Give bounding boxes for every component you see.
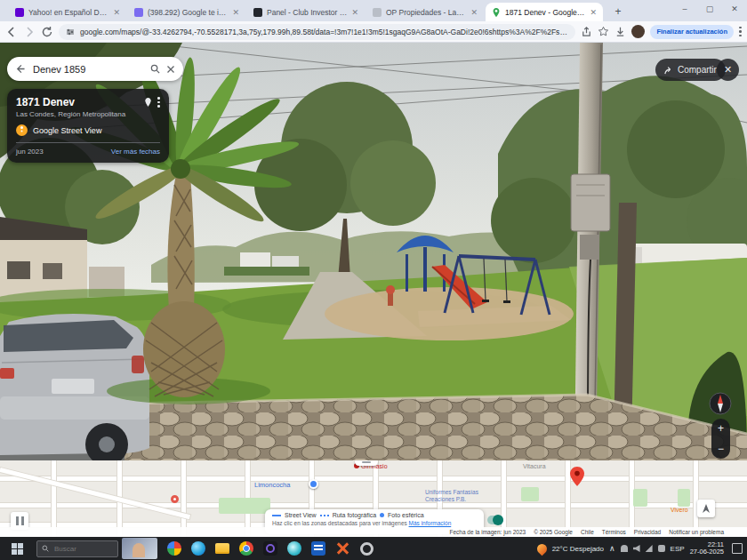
onedrive-icon[interactable] [621, 545, 628, 552]
browser-menu-icon[interactable] [739, 27, 742, 37]
invite-favicon [134, 8, 143, 17]
map-park [633, 489, 647, 507]
privacy-link[interactable]: Privacidad [634, 529, 661, 535]
dropped-pin[interactable] [570, 467, 584, 486]
more-info-link[interactable]: Más información [409, 520, 452, 526]
coverage-toggle[interactable] [487, 516, 503, 524]
bookmark-star-icon[interactable] [598, 26, 609, 37]
capture-date: jun 2023 [16, 148, 44, 156]
volume-icon[interactable] [633, 545, 640, 552]
share-button[interactable]: Compartir [655, 59, 726, 81]
network-icon[interactable] [646, 545, 653, 552]
map-road [181, 460, 186, 537]
place-info-card: 1871 Denev Las Condes, Región Metropolit… [7, 89, 169, 163]
window-minimize-button[interactable]: – [672, 0, 697, 20]
tab-yahoo[interactable]: Yahoo! en Español DM-A, Em... ✕ [9, 3, 126, 21]
street-view-line-icon [272, 515, 281, 516]
recenter-button[interactable] [697, 500, 715, 517]
notification-center-icon[interactable] [732, 543, 743, 554]
share-icon[interactable] [581, 26, 592, 37]
start-button[interactable] [0, 537, 34, 560]
current-location-marker [171, 495, 179, 503]
tab-close-icon[interactable]: ✕ [113, 8, 120, 17]
propiedades-favicon [373, 8, 382, 17]
zoom-out-button[interactable]: − [711, 439, 730, 460]
street-view-icon [16, 124, 28, 136]
poi-limoncocha-marker[interactable] [309, 479, 318, 489]
messaging-app-icon[interactable] [286, 540, 302, 556]
back-arrow-icon[interactable] [15, 64, 25, 74]
taskbar-search-input[interactable] [52, 544, 113, 554]
profile-avatar[interactable] [631, 25, 645, 38]
forward-icon[interactable] [23, 26, 36, 38]
map-park [678, 489, 690, 507]
file-explorer-icon[interactable] [214, 540, 230, 556]
street-label-vitacura: Vitacura [523, 463, 546, 469]
desktop: Yahoo! en Español DM-A, Em... ✕ (398.292… [0, 0, 747, 560]
back-icon[interactable] [5, 26, 18, 38]
address-bar[interactable]: google.com/maps/@-33.4262794,-70.5528171… [59, 24, 575, 40]
new-tab-button[interactable]: + [610, 4, 626, 20]
reload-icon[interactable] [41, 26, 53, 38]
language-indicator[interactable]: ESP [671, 545, 685, 553]
tab-close-icon[interactable]: ✕ [590, 8, 597, 17]
poi-limoncocha-label[interactable]: Limoncocha [254, 481, 290, 489]
minimap-collapse-handle[interactable] [355, 460, 378, 466]
map-park [521, 487, 539, 501]
tab-panel-club-investor[interactable]: Panel - Club Investor - Pitch ✕ [247, 3, 365, 21]
windows-logo-icon [12, 543, 23, 555]
pin-icon[interactable] [144, 98, 152, 108]
search-icon[interactable] [150, 64, 160, 74]
word-icon[interactable] [310, 540, 326, 556]
site-settings-icon[interactable] [66, 28, 75, 36]
search-icon [42, 545, 49, 552]
chrome-update-button[interactable]: Finalizar actualización [650, 25, 734, 39]
photos-app-icon[interactable] [262, 540, 278, 556]
tab-close-icon[interactable]: ✕ [351, 8, 358, 17]
edge-icon[interactable] [190, 540, 206, 556]
clear-search-icon[interactable] [166, 65, 175, 74]
clock-date: 27-06-2025 [690, 548, 724, 556]
compass-control[interactable] [709, 392, 732, 415]
map-road [694, 460, 698, 537]
download-icon[interactable] [614, 26, 626, 37]
settings-icon[interactable] [358, 540, 374, 556]
source-label: Google Street View [33, 126, 101, 135]
weather-status[interactable]: 22°C Despejado [552, 545, 604, 553]
taskbar-search-box[interactable] [36, 540, 118, 557]
tab-google-invite[interactable]: (398.292) Google te invitó a We... ✕ [128, 3, 245, 21]
share-arrow-icon [664, 66, 673, 75]
report-problem-link[interactable]: Notificar un problema [669, 529, 724, 535]
yahoo-favicon [15, 8, 24, 17]
bluetooth-icon[interactable] [658, 545, 665, 552]
tab-google-maps-active[interactable]: 1871 Denev - Google Maps ✕ [486, 3, 603, 21]
map-park [219, 498, 270, 514]
window-maximize-button[interactable]: ▢ [697, 0, 722, 20]
poi-vivero-label[interactable]: Vivero [671, 507, 688, 513]
more-dates-link[interactable]: Ver más fechas [111, 148, 160, 156]
place-title: 1871 Denev [16, 96, 139, 108]
search-input[interactable] [31, 63, 144, 76]
zoom-in-button[interactable]: + [711, 419, 730, 439]
terms-link[interactable]: Términos [602, 529, 626, 535]
map-road [0, 468, 190, 519]
tab-close-icon[interactable]: ✕ [232, 8, 239, 17]
maps-search-box[interactable] [7, 57, 183, 81]
map-road [52, 460, 56, 537]
tab-op-propiedades[interactable]: OP Propiedades - Landing ✕ [366, 3, 484, 21]
browser-tab-strip: Yahoo! en Español DM-A, Em... ✕ (398.292… [0, 0, 747, 21]
taskbar-clock[interactable]: 22:11 27-06-2025 [690, 541, 724, 556]
tray-expand-icon[interactable]: ∧ [609, 544, 615, 553]
widgets-icon[interactable] [166, 540, 182, 556]
tab-close-icon[interactable]: ✕ [470, 8, 478, 17]
browser-toolbar: google.com/maps/@-33.4262794,-70.5528171… [0, 21, 747, 43]
window-close-button[interactable]: ✕ [722, 0, 747, 20]
close-street-view-button[interactable]: ✕ [717, 59, 739, 81]
chrome-icon[interactable] [238, 540, 254, 556]
place-subtitle: Las Condes, Región Metropolitana [16, 110, 160, 118]
poi-uniformes-label[interactable]: Uniformes FantasíasCreaciones P.B. [425, 489, 478, 502]
news-widget-thumbnail[interactable] [122, 538, 157, 559]
card-menu-icon[interactable] [157, 97, 160, 108]
minimap[interactable]: Gimnasio Vitacura Limoncocha Uniformes F… [0, 460, 747, 537]
excel-alt-icon[interactable] [334, 540, 350, 556]
